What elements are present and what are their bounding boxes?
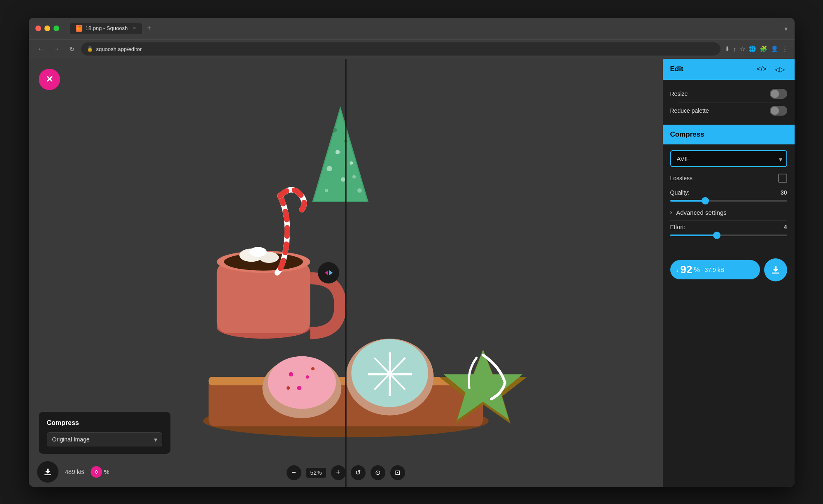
- advanced-settings-label: Advanced settings: [676, 209, 727, 216]
- resize-label: Resize: [670, 91, 688, 97]
- quality-header: Quality: 30: [670, 189, 787, 196]
- tab-bar: 🍊 18.png - Squoosh ✕ +: [70, 23, 152, 34]
- svg-point-26: [297, 386, 301, 390]
- traffic-light-close[interactable]: [35, 26, 41, 31]
- new-tab-btn[interactable]: +: [147, 24, 152, 33]
- drag-handle[interactable]: [318, 262, 339, 283]
- forward-btn[interactable]: →: [51, 44, 63, 54]
- close-btn[interactable]: ✕: [39, 69, 60, 90]
- left-panel-select-wrap: Original Image ▾: [47, 432, 162, 446]
- address-bar[interactable]: 🔒 squoosh.app/editor: [81, 42, 721, 56]
- active-tab[interactable]: 🍊 18.png - Squoosh ✕: [70, 23, 142, 34]
- back-btn[interactable]: ←: [35, 44, 47, 54]
- effort-value: 4: [784, 224, 787, 230]
- compression-badge: ↓ 92 % 37.9 kB: [670, 260, 760, 279]
- tab-close-btn[interactable]: ✕: [133, 26, 136, 31]
- browser-window: 🍊 18.png - Squoosh ✕ + ∨ ← → ↻ 🔒 squoosh…: [29, 18, 795, 487]
- format-select[interactable]: AVIF WebP MozJPEG OxiPNG: [670, 150, 787, 167]
- nav-actions: ⬇ ↑ ☆ 🌐 🧩 👤 ⋮: [725, 45, 788, 53]
- title-bar: 🍊 18.png - Squoosh ✕ + ∨: [29, 18, 795, 39]
- extension1-icon[interactable]: 🌐: [748, 45, 756, 53]
- profile-icon[interactable]: 👤: [771, 45, 779, 53]
- arrow-left-icon: [325, 270, 328, 275]
- traffic-light-maximize[interactable]: [54, 26, 59, 31]
- compression-arrow-icon: ↓: [676, 267, 679, 273]
- svg-point-19: [352, 175, 356, 178]
- quality-row: Quality: 30: [663, 186, 795, 205]
- svg-point-16: [350, 161, 353, 165]
- lossless-checkbox[interactable]: [778, 174, 787, 183]
- edit-title: Edit: [670, 65, 683, 73]
- resize-toggle-row: Resize: [670, 86, 787, 102]
- reduce-palette-toggle-row: Reduce palette: [670, 102, 787, 119]
- format-select-wrap: AVIF WebP MozJPEG OxiPNG ▾: [663, 144, 795, 170]
- resize-toggle[interactable]: [770, 89, 787, 99]
- advanced-settings-row[interactable]: › Advanced settings: [663, 205, 795, 220]
- effort-row: Effort: 4: [663, 221, 795, 239]
- compression-pct-sign: %: [694, 266, 699, 274]
- quality-slider-track[interactable]: [670, 200, 787, 202]
- quality-value: 30: [781, 189, 787, 196]
- svg-point-20: [325, 189, 328, 192]
- drag-handle-inner: [325, 270, 333, 275]
- svg-point-17: [326, 166, 332, 171]
- svg-point-25: [305, 375, 309, 379]
- traffic-lights: [35, 26, 59, 31]
- rotate-tool-btn[interactable]: ↺: [351, 465, 366, 480]
- compression-pct: 92: [681, 263, 692, 276]
- file-reduction: 0 %: [91, 466, 109, 478]
- bookmark-icon[interactable]: ☆: [740, 45, 745, 53]
- extension2-icon[interactable]: 🧩: [760, 45, 767, 53]
- effort-slider-fill: [670, 235, 717, 236]
- download-right-btn[interactable]: [764, 258, 787, 281]
- code-view-btn[interactable]: </>: [754, 65, 769, 74]
- tab-menu[interactable]: ∨: [784, 25, 788, 32]
- edit-section-header: Edit </> ◁▷: [663, 59, 795, 80]
- left-format-select[interactable]: Original Image: [47, 432, 162, 446]
- svg-point-18: [341, 177, 345, 182]
- resize-section: Resize Reduce palette: [663, 80, 795, 125]
- zoom-out-btn[interactable]: −: [286, 465, 301, 480]
- download-page-icon[interactable]: ⬇: [725, 45, 730, 53]
- compress-section-header: Compress: [663, 125, 795, 144]
- share-icon[interactable]: ↑: [733, 46, 737, 53]
- zoom-controls: − 52% + ↺ ⊙ ⊡: [286, 465, 405, 480]
- resize-toggle-knob: [771, 90, 779, 98]
- download-bar: ↓ 92 % 37.9 kB: [663, 252, 795, 288]
- svg-point-15: [335, 150, 340, 154]
- nav-bar: ← → ↻ 🔒 squoosh.app/editor ⬇ ↑ ☆ 🌐 🧩 👤 ⋮: [29, 39, 795, 59]
- left-panel-title: Compress: [47, 419, 162, 427]
- quality-slider-fill: [670, 200, 705, 202]
- arrow-right-icon: [329, 270, 333, 275]
- lock-icon: 🔒: [87, 46, 93, 52]
- reduce-palette-toggle-knob: [771, 107, 779, 115]
- edit-header-actions: </> ◁▷: [754, 65, 787, 74]
- svg-point-27: [311, 367, 315, 370]
- effort-slider-thumb[interactable]: [713, 232, 720, 239]
- right-panel: Edit </> ◁▷ Resize Reduce palette: [663, 59, 795, 487]
- traffic-light-minimize[interactable]: [44, 26, 50, 31]
- zoom-in-btn[interactable]: +: [331, 465, 346, 480]
- reduce-palette-toggle[interactable]: [770, 106, 787, 116]
- effort-label: Effort:: [670, 224, 685, 230]
- effort-slider-track[interactable]: [670, 235, 787, 236]
- fit-tool-btn[interactable]: ⊙: [371, 465, 385, 480]
- quality-label: Quality:: [670, 189, 690, 196]
- advanced-chevron-icon: ›: [670, 209, 672, 216]
- reduce-palette-label: Reduce palette: [670, 107, 709, 114]
- file-info-bar: 489 kB 0 %: [29, 457, 194, 487]
- split-view-btn[interactable]: ◁▷: [772, 65, 787, 74]
- reload-btn[interactable]: ↻: [67, 44, 77, 55]
- zoom-level: 52%: [306, 468, 326, 478]
- compression-size: 37.9 kB: [705, 267, 724, 273]
- download-left-btn[interactable]: [37, 461, 58, 483]
- lossless-row: Lossless: [663, 170, 795, 186]
- tab-favicon: 🍊: [76, 25, 82, 32]
- svg-point-24: [289, 372, 293, 376]
- image-area[interactable]: ✕ Compress Original Image ▾ 489: [29, 59, 663, 487]
- left-compress-panel: Compress Original Image ▾: [39, 412, 170, 454]
- reduction-icon: 0: [91, 466, 102, 478]
- quality-slider-thumb[interactable]: [702, 197, 709, 204]
- crop-tool-btn[interactable]: ⊡: [390, 465, 405, 480]
- menu-icon[interactable]: ⋮: [782, 45, 788, 53]
